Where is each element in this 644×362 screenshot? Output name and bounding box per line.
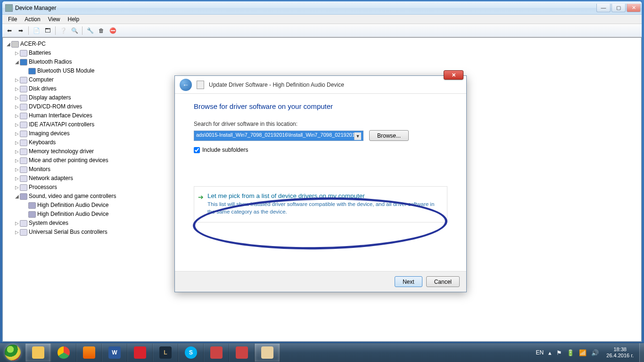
expand-icon[interactable]: ▷ <box>14 130 20 138</box>
tree-sound-child2[interactable]: High Definition Audio Device <box>37 211 108 217</box>
clock[interactable]: 18:38 26.4.2016 г. <box>603 346 636 358</box>
tree-batteries[interactable]: Batteries <box>29 49 51 56</box>
back-button[interactable]: ← <box>180 79 192 91</box>
dialog-close-button[interactable]: ✕ <box>444 70 463 80</box>
expand-icon[interactable]: ◢ <box>14 192 20 201</box>
tree-hid[interactable]: Human Interface Devices <box>29 112 92 119</box>
network-icon[interactable]: 📶 <box>579 349 586 356</box>
tree-bluetooth[interactable]: Bluetooth Radios <box>29 58 72 65</box>
tree-system[interactable]: System devices <box>29 220 68 226</box>
close-button[interactable]: ✕ <box>627 4 641 12</box>
let-me-pick-option[interactable]: ➔ Let me pick from a list of device driv… <box>194 186 447 222</box>
tree-imaging[interactable]: Imaging devices <box>29 130 70 137</box>
expand-icon[interactable]: ▷ <box>14 219 20 228</box>
tree-display[interactable]: Display adapters <box>29 94 71 101</box>
show-desktop-button[interactable] <box>639 343 644 362</box>
taskbar-word[interactable]: W <box>102 344 127 362</box>
forward-icon[interactable]: ➡ <box>16 25 26 36</box>
expand-icon[interactable]: ◢ <box>6 40 11 49</box>
language-indicator[interactable]: EN <box>536 349 544 356</box>
expand-icon[interactable]: ▷ <box>14 112 20 120</box>
show-hidden-icon[interactable]: 📄 <box>31 25 41 36</box>
expand-icon[interactable]: ▷ <box>14 49 20 58</box>
expand-icon[interactable]: ◢ <box>14 58 20 66</box>
menu-action[interactable]: Action <box>21 15 44 24</box>
tree-root[interactable]: ACER-PC <box>20 41 46 47</box>
taskbar-explorer[interactable] <box>25 344 51 362</box>
tree-sound-child1[interactable]: High Definition Audio Device <box>37 202 108 208</box>
path-combobox[interactable]: ads\0015-Install_Win7_7098_02192016\Inst… <box>194 131 363 141</box>
disable-icon[interactable]: ⛔ <box>107 25 118 36</box>
tree-keyboards[interactable]: Keyboards <box>29 139 56 146</box>
tree-ide[interactable]: IDE ATA/ATAPI controllers <box>29 121 94 128</box>
uninstall-icon[interactable]: 🗑 <box>96 25 107 36</box>
taskbar-comodo[interactable] <box>127 344 153 362</box>
tray-chevron-icon[interactable]: ▴ <box>548 349 552 356</box>
tree-computer[interactable]: Computer <box>29 76 54 83</box>
tree-disk[interactable]: Disk drives <box>29 85 57 92</box>
taskbar-skype[interactable]: S <box>178 344 204 362</box>
expand-icon[interactable]: ▷ <box>14 121 20 129</box>
bluetooth-icon <box>28 68 36 74</box>
expand-icon[interactable]: ▷ <box>14 148 20 156</box>
taskbar-vlc[interactable] <box>76 344 102 362</box>
minimize-button[interactable]: — <box>596 4 611 12</box>
expand-icon[interactable]: ▷ <box>14 156 20 165</box>
start-button[interactable] <box>0 343 25 362</box>
taskbar-paint[interactable] <box>255 344 280 362</box>
toolbox-icon <box>236 346 248 359</box>
menu-help[interactable]: Help <box>64 15 83 24</box>
usb-icon <box>20 229 27 236</box>
taskbar-toolbox1[interactable] <box>204 344 229 362</box>
volume-icon[interactable]: 🔊 <box>591 349 599 356</box>
lol-icon: L <box>159 346 172 359</box>
tree-mice[interactable]: Mice and other pointing devices <box>29 157 108 164</box>
power-icon[interactable]: 🔋 <box>567 349 574 356</box>
expand-icon[interactable]: ▷ <box>14 139 20 147</box>
maximize-button[interactable]: ▢ <box>611 4 626 12</box>
keyboard-icon <box>20 140 27 146</box>
include-subfolders-row[interactable]: Include subfolders <box>194 147 447 153</box>
scan-icon[interactable]: 🔍 <box>69 25 80 36</box>
menu-file[interactable]: File <box>4 15 21 24</box>
display-icon <box>20 95 27 101</box>
speaker-icon <box>28 202 36 209</box>
window-controls: — ▢ ✕ <box>596 4 642 12</box>
flag-icon[interactable]: ⚑ <box>556 349 562 356</box>
expand-icon[interactable]: ▷ <box>14 94 20 102</box>
browse-button[interactable]: Browse... <box>369 130 409 141</box>
tree-usb[interactable]: Universal Serial Bus controllers <box>29 229 107 235</box>
taskbar-toolbox2[interactable] <box>229 344 255 362</box>
expand-icon[interactable]: ▷ <box>14 103 20 111</box>
expand-icon[interactable]: ▷ <box>14 174 20 183</box>
expand-icon[interactable]: ▷ <box>14 183 20 192</box>
cancel-button[interactable]: Cancel <box>426 276 460 287</box>
update-driver-icon[interactable]: 🔧 <box>85 25 95 36</box>
dialog-title: Update Driver Software - High Definition… <box>209 82 344 88</box>
taskbar-chrome[interactable] <box>51 344 76 362</box>
tree-network[interactable]: Network adapters <box>29 175 73 181</box>
help-icon[interactable]: ❔ <box>58 25 68 36</box>
taskbar: W L S EN ▴ ⚑ 🔋 📶 🔊 18:38 26.4.2016 г. <box>0 343 644 362</box>
tree-memtech[interactable]: Memory technology driver <box>29 148 94 155</box>
expand-icon[interactable]: ▷ <box>14 228 20 237</box>
taskbar-lol[interactable]: L <box>153 344 178 362</box>
clock-time: 18:38 <box>606 346 634 353</box>
tree-bluetooth-module[interactable]: Bluetooth USB Module <box>37 67 94 74</box>
leaf-icon <box>23 67 28 75</box>
tree-monitors[interactable]: Monitors <box>29 166 50 173</box>
tree-dvd[interactable]: DVD/CD-ROM drives <box>29 103 82 110</box>
back-icon[interactable]: ⬅ <box>4 25 15 36</box>
speaker-icon <box>28 211 36 218</box>
tree-sound[interactable]: Sound, video and game controllers <box>29 193 116 199</box>
next-button[interactable]: Next <box>395 276 422 287</box>
titlebar[interactable]: Device Manager — ▢ ✕ <box>2 1 642 15</box>
tree-processors[interactable]: Processors <box>29 184 57 190</box>
properties-icon[interactable]: 🗔 <box>42 25 53 36</box>
disk-icon <box>20 86 27 92</box>
expand-icon[interactable]: ▷ <box>14 165 20 174</box>
expand-icon[interactable]: ▷ <box>14 76 20 84</box>
menu-view[interactable]: View <box>44 15 64 24</box>
include-subfolders-checkbox[interactable] <box>194 147 200 153</box>
expand-icon[interactable]: ▷ <box>14 85 20 93</box>
